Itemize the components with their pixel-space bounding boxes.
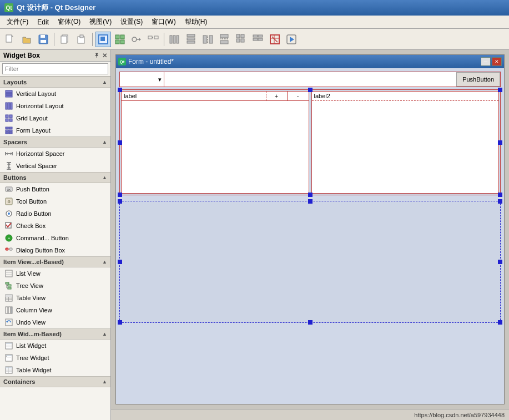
minus-button[interactable]: - xyxy=(288,92,309,100)
widget-box-filter[interactable] xyxy=(0,62,110,77)
widget-item-list-view[interactable]: List View xyxy=(0,267,110,280)
svg-rect-50 xyxy=(6,103,7,109)
handle-tl xyxy=(118,88,122,92)
filter-input[interactable] xyxy=(2,63,108,74)
svg-rect-33 xyxy=(236,34,240,38)
status-url: https://blog.csdn.net/a597934448 xyxy=(414,412,505,418)
menu-form[interactable]: 窗体(O) xyxy=(53,16,85,28)
widget-item-radio-button[interactable]: Radio Button xyxy=(0,208,110,220)
form-minimize-btn[interactable]: ─ xyxy=(481,57,491,66)
grid-layout-button[interactable] xyxy=(234,32,249,47)
split-h-button[interactable] xyxy=(200,32,216,47)
section-buttons[interactable]: Buttons ▲ xyxy=(0,172,110,183)
svg-rect-31 xyxy=(220,41,228,44)
text-field[interactable] xyxy=(164,72,456,87)
svg-rect-27 xyxy=(203,36,206,43)
form-layout-tb-button[interactable] xyxy=(250,32,266,47)
section-spacers[interactable]: Spacers ▲ xyxy=(0,136,110,148)
split-v-button[interactable] xyxy=(217,32,233,47)
menu-edit[interactable]: Edit xyxy=(33,17,53,27)
buddy-button[interactable] xyxy=(145,32,161,47)
menu-window[interactable]: 窗口(W) xyxy=(147,16,180,28)
section-item-widget[interactable]: Item Wid...m-Based) ▲ xyxy=(0,328,110,340)
open-button[interactable] xyxy=(19,32,34,47)
horizontal-spacer-icon xyxy=(4,149,13,158)
svg-rect-61 xyxy=(6,132,8,134)
widget-item-undo-view[interactable]: Undo View xyxy=(0,316,110,328)
svg-rect-56 xyxy=(9,119,12,122)
widget-item-tree-view[interactable]: Tree View xyxy=(0,280,110,292)
svg-rect-0 xyxy=(6,35,12,42)
tree-widget-icon xyxy=(4,353,13,362)
form-layout-icon xyxy=(4,126,13,135)
svg-rect-60 xyxy=(9,130,12,131)
table-widget-icon xyxy=(4,366,13,375)
widget-item-dialog-button-box[interactable]: ✕ Dialog Button Box xyxy=(0,244,110,256)
widget-box-close[interactable]: ✕ xyxy=(102,52,107,59)
left-panel-toolbar: label + - xyxy=(122,92,309,101)
form-area[interactable]: Qt Form - untitled* ─ ✕ ▾ PushButt xyxy=(111,50,509,420)
preview-button[interactable] xyxy=(284,32,299,47)
right-panel-content xyxy=(312,101,499,190)
svg-rect-102 xyxy=(6,319,12,326)
widget-item-vertical-spacer[interactable]: Vertical Spacer xyxy=(0,160,110,172)
h-layout-button[interactable] xyxy=(167,32,183,47)
widget-item-check-box[interactable]: Check Box xyxy=(0,220,110,232)
widget-item-table-view[interactable]: Table View xyxy=(0,292,110,304)
new-button[interactable] xyxy=(2,32,18,47)
svg-rect-37 xyxy=(253,35,258,37)
paste-button[interactable] xyxy=(74,32,89,47)
save-button[interactable] xyxy=(36,32,51,47)
svg-rect-40 xyxy=(258,38,263,41)
widget-item-form-layout[interactable]: Form Layout xyxy=(0,124,110,136)
menu-view[interactable]: 视图(V) xyxy=(85,16,116,28)
widget-item-tree-widget[interactable]: Tree Widget xyxy=(0,352,110,364)
grid-layout-icon xyxy=(4,114,13,123)
widget-item-command-button[interactable]: + Command... Button xyxy=(0,232,110,244)
widget-item-tool-button[interactable]: ⚙ Tool Button xyxy=(0,195,110,208)
svg-rect-105 xyxy=(6,343,12,344)
copy-button[interactable] xyxy=(57,32,73,47)
signal-slot-button[interactable] xyxy=(129,32,144,47)
widget-item-horizontal-spacer[interactable]: Horizontal Spacer xyxy=(0,148,110,160)
list-view-icon xyxy=(4,269,13,278)
widget-button[interactable] xyxy=(112,32,128,47)
section-layouts[interactable]: Layouts ▲ xyxy=(0,77,110,88)
widget-box-pin[interactable]: 🖈 xyxy=(94,52,100,59)
widget-item-list-widget[interactable]: List Widget xyxy=(0,340,110,352)
section-containers-arrow: ▲ xyxy=(102,379,107,384)
menu-file[interactable]: 文件(F) xyxy=(2,16,33,28)
break-layout-button[interactable] xyxy=(267,32,283,47)
svg-rect-28 xyxy=(209,36,213,43)
menu-settings[interactable]: 设置(S) xyxy=(116,16,147,28)
widget-list: Layouts ▲ Vertical Layout Horizontal Lay… xyxy=(0,77,110,420)
widget-item-table-widget[interactable]: Table Widget xyxy=(0,364,110,376)
section-containers[interactable]: Containers ▲ xyxy=(0,376,110,387)
handle-ml xyxy=(118,140,122,145)
column-view-icon xyxy=(4,306,13,315)
svg-rect-48 xyxy=(6,93,12,95)
widget-item-grid-layout[interactable]: Grid Layout xyxy=(0,112,110,124)
separator-2 xyxy=(92,33,93,46)
form-close-btn[interactable]: ✕ xyxy=(492,57,502,66)
plus-button[interactable]: + xyxy=(266,92,288,100)
right-panel-label: label2 xyxy=(312,92,499,101)
form-push-button[interactable]: PushButton xyxy=(456,72,500,87)
toolbar xyxy=(0,29,509,50)
combo-box[interactable]: ▾ xyxy=(120,72,164,87)
svg-rect-62 xyxy=(9,132,12,134)
large-handle-tl xyxy=(118,199,122,204)
v-layout-button[interactable] xyxy=(184,32,199,47)
select-button[interactable] xyxy=(95,32,111,47)
widget-item-vertical-layout[interactable]: Vertical Layout xyxy=(0,88,110,100)
title-bar: Qt Qt 设计师 - Qt Designer xyxy=(0,0,509,16)
svg-rect-84 xyxy=(9,248,12,250)
section-item-view-arrow: ▲ xyxy=(102,259,107,265)
widget-item-column-view[interactable]: Column View xyxy=(0,304,110,316)
tree-view-icon xyxy=(4,281,13,290)
widget-item-horizontal-layout[interactable]: Horizontal Layout xyxy=(0,100,110,112)
menu-help[interactable]: 帮助(H) xyxy=(180,16,212,28)
section-item-view[interactable]: Item View...el-Based) ▲ xyxy=(0,256,110,267)
widget-item-push-button[interactable]: OK Push Button xyxy=(0,183,110,195)
svg-rect-3 xyxy=(41,35,45,38)
